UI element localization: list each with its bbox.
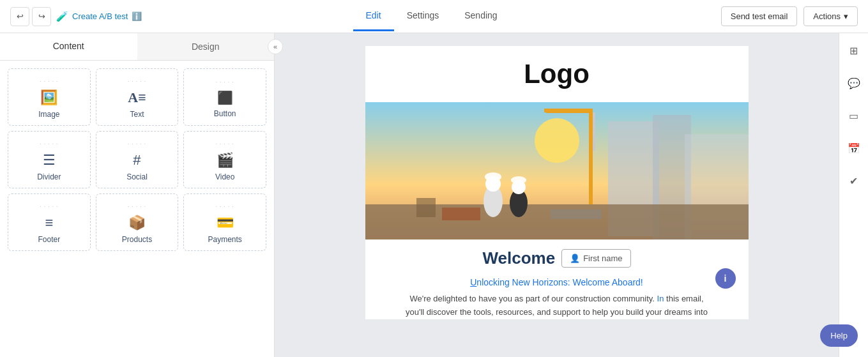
tab-settings[interactable]: Settings	[394, 1, 452, 31]
payments-label: Payments	[208, 235, 241, 244]
payments-icon: 💳	[217, 215, 234, 231]
undo-button[interactable]: ↩	[10, 7, 29, 26]
svg-point-15	[511, 176, 526, 184]
svg-point-1	[535, 118, 579, 163]
items-grid: · · · · · 🖼️ Image · · · · · A≡ Text · ·…	[8, 68, 266, 251]
welcome-headline: Unlocking New Horizons: Welcome Aboard!	[378, 277, 736, 287]
body-line1-start: We're delighted to have you as part of o…	[409, 294, 657, 303]
svg-rect-16	[442, 208, 480, 220]
send-test-email-button[interactable]: Send test email	[721, 6, 798, 26]
button-icon: ⬛	[217, 90, 233, 105]
right-panel: ⊞ 💬 ▭ 📅 ✔	[839, 33, 868, 357]
headline-u: U	[470, 277, 476, 287]
divider-label: Divider	[37, 172, 61, 181]
collapse-button[interactable]: «	[268, 39, 283, 54]
panel-content: · · · · · 🖼️ Image · · · · · A≡ Text · ·…	[0, 61, 274, 357]
main-area: Content Design « · · · · · 🖼️ Image · · …	[0, 33, 868, 357]
tab-edit[interactable]: Edit	[353, 1, 394, 31]
topbar-center-tabs: Edit Settings Sending	[353, 1, 510, 31]
hero-image	[365, 102, 749, 239]
firstname-label: First name	[583, 254, 622, 263]
design-tab[interactable]: Design	[137, 33, 275, 60]
calendar-icon[interactable]: 📅	[842, 137, 865, 160]
content-tab[interactable]: Content	[0, 33, 137, 60]
user-icon: 👤	[570, 254, 580, 263]
ab-test-link[interactable]: 🧪 Create A/B test ℹ️	[56, 11, 142, 22]
drag-dots-social: · · · · ·	[102, 141, 173, 147]
body-line1-highlight: In	[657, 294, 664, 303]
svg-rect-8	[593, 112, 595, 151]
footer-label: Footer	[38, 235, 60, 244]
grid-item-image[interactable]: · · · · · 🖼️ Image	[8, 68, 91, 126]
check-badge-icon[interactable]: ✔	[844, 170, 863, 192]
drag-dots-payments: · · · · ·	[189, 204, 261, 209]
firstname-badge: 👤 First name	[561, 249, 630, 268]
email-canvas: Logo	[365, 46, 749, 319]
undo-redo-group: ↩ ↪	[10, 7, 51, 26]
drag-dots-text: · · · · ·	[102, 79, 173, 84]
headline-rest: nlocking New Horizons: Welcome Aboard!	[476, 277, 643, 287]
tab-sending[interactable]: Sending	[452, 1, 510, 31]
products-label: Products	[122, 235, 152, 244]
logo-text: Logo	[378, 59, 736, 89]
actions-chevron-icon: ▾	[844, 11, 848, 21]
button-label: Button	[214, 109, 236, 118]
help-button[interactable]: Help	[820, 324, 858, 347]
drag-dots-divider: · · · · ·	[13, 141, 85, 147]
grid-item-divider[interactable]: · · · · · ☰ Divider	[8, 131, 91, 188]
text-icon: A≡	[128, 89, 146, 106]
welcome-row: Welcome 👤 First name	[378, 248, 736, 268]
left-panel: Content Design « · · · · · 🖼️ Image · · …	[0, 33, 275, 357]
topbar: ↩ ↪ 🧪 Create A/B test ℹ️ Edit Settings S…	[0, 0, 868, 33]
video-label: Video	[215, 172, 234, 181]
grid-item-video[interactable]: · · · · · 🎬 Video	[183, 131, 266, 188]
drag-dots-button: · · · · ·	[189, 79, 261, 85]
body-line1-end: this email,	[664, 294, 703, 303]
topbar-right: Send test email Actions ▾	[721, 6, 858, 26]
svg-rect-18	[551, 209, 602, 219]
grid-item-social[interactable]: · · · · · # Social	[96, 131, 179, 188]
info-button[interactable]: i	[715, 268, 736, 289]
grid-item-button[interactable]: · · · · · ⬛ Button	[183, 68, 266, 126]
grid-item-products[interactable]: · · · · · 📦 Products	[96, 194, 179, 251]
redo-button[interactable]: ↪	[32, 7, 51, 26]
footer-icon: ≡	[45, 215, 53, 231]
drag-dots-footer: · · · · ·	[13, 204, 85, 209]
body-line2: you'll discover the tools, resources, an…	[406, 307, 708, 317]
canvas-area[interactable]: Logo	[275, 33, 839, 357]
image-label: Image	[38, 110, 59, 119]
svg-rect-17	[416, 198, 436, 217]
drag-dots-video: · · · · ·	[189, 141, 261, 147]
canvas-inner: Logo	[365, 33, 749, 332]
drag-dots-image: · · · · ·	[13, 79, 85, 84]
welcome-body: We're delighted to have you as part of o…	[378, 292, 736, 319]
topbar-left: ↩ ↪ 🧪 Create A/B test ℹ️	[10, 7, 142, 26]
social-icon: #	[133, 152, 141, 169]
svg-point-14	[485, 172, 501, 181]
layout-icon[interactable]: ▭	[844, 105, 864, 127]
hero-svg	[365, 102, 749, 239]
text-label: Text	[130, 110, 144, 119]
products-icon: 📦	[128, 215, 146, 231]
actions-button[interactable]: Actions ▾	[803, 6, 858, 26]
divider-icon: ☰	[43, 152, 56, 169]
grid-item-text[interactable]: · · · · · A≡ Text	[96, 68, 179, 126]
ab-test-label: Create A/B test	[72, 11, 128, 21]
chat-icon[interactable]: 💬	[842, 72, 865, 95]
grid-icon[interactable]: ⊞	[844, 40, 863, 62]
drag-dots-products: · · · · ·	[102, 204, 173, 209]
social-label: Social	[126, 172, 148, 181]
logo-section: Logo	[365, 46, 749, 102]
svg-rect-5	[589, 109, 593, 204]
video-icon: 🎬	[217, 152, 234, 169]
welcome-heading: Welcome	[482, 248, 555, 268]
grid-item-payments[interactable]: · · · · · 💳 Payments	[183, 194, 266, 251]
actions-label: Actions	[813, 11, 841, 21]
info-icon: i	[724, 273, 727, 284]
welcome-body-section: Unlocking New Horizons: Welcome Aboard! …	[365, 271, 749, 319]
welcome-row-container: Welcome 👤 First name i	[365, 239, 749, 271]
panel-tabs: Content Design «	[0, 33, 274, 61]
ab-test-icon: 🧪	[56, 11, 68, 22]
grid-item-footer[interactable]: · · · · · ≡ Footer	[8, 194, 91, 251]
ab-info-icon: ℹ️	[132, 11, 142, 21]
